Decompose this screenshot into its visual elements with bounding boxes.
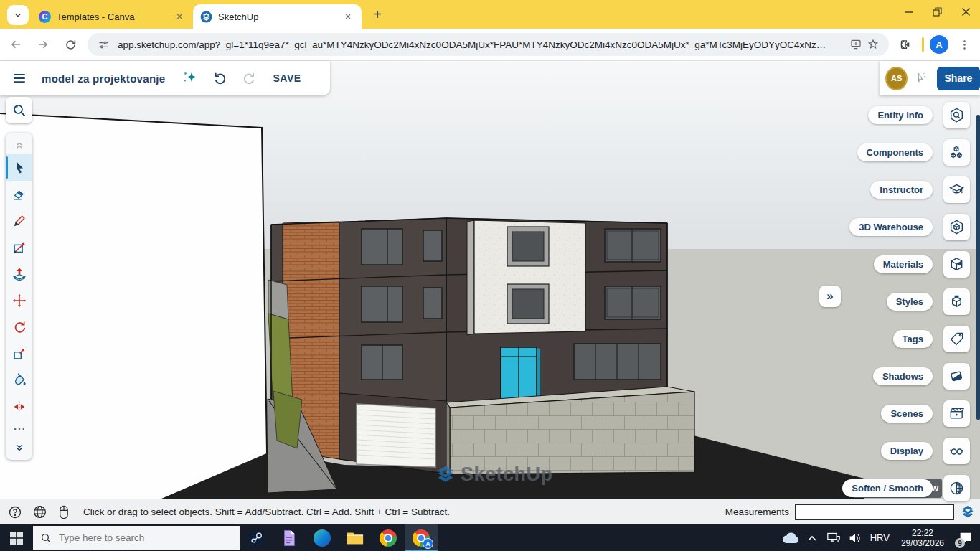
display-icon[interactable] bbox=[943, 438, 970, 464]
install-app-icon[interactable] bbox=[847, 36, 864, 53]
panel-3d-warehouse[interactable]: 3D Warehouse bbox=[849, 214, 970, 240]
measurements-group: Measurements bbox=[725, 504, 954, 520]
user-avatar[interactable]: AS bbox=[885, 67, 908, 90]
more-tools-button[interactable] bbox=[6, 420, 32, 438]
panel-entity-info[interactable]: Entity Info bbox=[868, 102, 970, 128]
reload-button[interactable] bbox=[59, 33, 82, 56]
chrome-icon[interactable] bbox=[372, 524, 405, 551]
undo-icon[interactable] bbox=[208, 66, 232, 90]
sketchup-favicon bbox=[200, 11, 212, 23]
expand-panels-button[interactable]: » bbox=[819, 286, 841, 307]
browser-menu-icon[interactable] bbox=[953, 33, 976, 56]
close-window-button[interactable] bbox=[951, 0, 980, 23]
flip-tool[interactable] bbox=[6, 393, 32, 420]
language-indicator[interactable]: HRV bbox=[870, 532, 890, 543]
panel-label: Scenes bbox=[881, 405, 933, 423]
palette-scroll-up-button[interactable] bbox=[6, 136, 32, 154]
panel-display[interactable]: Display bbox=[881, 438, 970, 464]
restore-button[interactable] bbox=[923, 0, 951, 23]
pencil-tool[interactable] bbox=[6, 207, 32, 234]
palette-scroll-down-button[interactable] bbox=[6, 438, 32, 457]
taskbar-search-input[interactable] bbox=[57, 532, 218, 544]
url-bar[interactable]: app.sketchup.com/app?_gl=1*11q9ea7*_gcl_… bbox=[88, 33, 889, 56]
panel-shadows[interactable]: Shadows bbox=[873, 363, 970, 390]
model-title[interactable]: model za projektovanje bbox=[42, 72, 165, 85]
tray-chevron-icon[interactable] bbox=[801, 524, 823, 551]
browser-tab-sketchup[interactable]: SketchUp ✕ bbox=[193, 4, 362, 29]
modeling-canvas[interactable]: SketchUp model za projektovanje SAVE AS … bbox=[0, 61, 980, 499]
volume-icon[interactable] bbox=[844, 524, 866, 551]
browser-tab-strip: C Templates - Canva ✕ SketchUp ✕ + bbox=[0, 0, 980, 29]
panel-label: Entity Info bbox=[868, 106, 933, 124]
main-menu-icon[interactable] bbox=[7, 66, 32, 90]
entity-info-icon[interactable] bbox=[943, 102, 970, 128]
taskbar-search[interactable] bbox=[33, 526, 240, 550]
document-app-icon[interactable] bbox=[273, 524, 306, 551]
panel-label: Materials bbox=[874, 255, 933, 273]
notification-center-icon[interactable]: 9 bbox=[951, 524, 980, 551]
materials-icon[interactable] bbox=[943, 251, 970, 278]
soften-smooth-icon[interactable] bbox=[943, 475, 970, 501]
sketchup-logo-icon bbox=[435, 464, 456, 486]
tab-close-icon[interactable]: ✕ bbox=[341, 10, 354, 23]
panel-tags[interactable]: Tags bbox=[893, 326, 970, 352]
paint-bucket-tool[interactable] bbox=[6, 367, 32, 393]
edge-icon[interactable] bbox=[306, 524, 339, 551]
taskbar-clock[interactable]: 22:22 29/03/2026 bbox=[901, 528, 944, 548]
window-controls bbox=[894, 0, 980, 29]
steam-icon[interactable] bbox=[240, 524, 273, 551]
share-button[interactable]: Share bbox=[937, 67, 980, 90]
site-settings-icon[interactable] bbox=[95, 36, 112, 53]
panel-components[interactable]: Components bbox=[857, 139, 970, 166]
start-button[interactable] bbox=[0, 524, 33, 551]
scenes-icon[interactable] bbox=[943, 400, 970, 427]
panel-instructor[interactable]: Instructor bbox=[870, 176, 970, 203]
minimize-button[interactable] bbox=[894, 0, 923, 23]
tags-icon[interactable] bbox=[943, 326, 970, 352]
components-icon[interactable] bbox=[943, 139, 970, 166]
shadows-icon[interactable] bbox=[943, 363, 970, 390]
scale-tool[interactable] bbox=[6, 340, 32, 367]
measurements-input[interactable] bbox=[795, 504, 954, 520]
app-toolbar-right: AS Share bbox=[880, 61, 980, 95]
3d-warehouse-icon[interactable] bbox=[943, 214, 970, 240]
globe-icon[interactable] bbox=[30, 503, 49, 522]
redo-icon[interactable] bbox=[237, 66, 261, 90]
eraser-tool[interactable] bbox=[6, 181, 32, 207]
move-tool[interactable] bbox=[6, 287, 32, 314]
bookmark-star-icon[interactable] bbox=[864, 36, 882, 53]
instructor-icon[interactable] bbox=[943, 176, 970, 203]
rotate-tool[interactable] bbox=[6, 314, 32, 340]
tool-palette bbox=[6, 133, 32, 460]
styles-icon[interactable] bbox=[943, 288, 970, 315]
back-button[interactable] bbox=[4, 33, 27, 56]
panel-scrollbar[interactable] bbox=[976, 115, 980, 420]
browser-profile-avatar[interactable]: A bbox=[930, 35, 948, 54]
shapes-tool[interactable] bbox=[6, 234, 32, 260]
ai-sparkle-icon[interactable] bbox=[178, 66, 202, 90]
notification-badge: 9 bbox=[955, 538, 965, 548]
url-text[interactable]: app.sketchup.com/app?_gl=1*11q9ea7*_gcl_… bbox=[118, 39, 842, 50]
push-pull-tool[interactable] bbox=[6, 260, 32, 287]
panel-soften-smooth[interactable]: Soften / Smooth bbox=[842, 475, 970, 501]
status-hint: Click or drag to select objects. Shift =… bbox=[83, 507, 450, 517]
panel-materials[interactable]: Materials bbox=[874, 251, 970, 278]
browser-tab-canva[interactable]: C Templates - Canva ✕ bbox=[32, 4, 193, 29]
zoom-tool-button[interactable] bbox=[6, 97, 32, 123]
onedrive-cloud-icon[interactable] bbox=[780, 524, 801, 551]
magnifier-icon bbox=[11, 102, 28, 119]
save-button[interactable]: SAVE bbox=[273, 72, 301, 84]
select-tool[interactable] bbox=[6, 154, 32, 181]
panel-scenes[interactable]: Scenes bbox=[881, 400, 970, 427]
chrome-profile-icon[interactable]: A bbox=[405, 524, 438, 551]
panel-styles[interactable]: Styles bbox=[887, 288, 970, 315]
tab-search-button[interactable] bbox=[7, 5, 29, 25]
panel-label: Components bbox=[857, 143, 933, 161]
help-icon[interactable] bbox=[6, 503, 24, 522]
file-explorer-icon[interactable] bbox=[339, 524, 372, 551]
extensions-icon[interactable] bbox=[893, 33, 916, 56]
forward-button[interactable] bbox=[32, 33, 55, 56]
network-icon[interactable] bbox=[823, 524, 844, 551]
tab-close-icon[interactable]: ✕ bbox=[173, 10, 186, 23]
new-tab-button[interactable]: + bbox=[367, 4, 387, 24]
